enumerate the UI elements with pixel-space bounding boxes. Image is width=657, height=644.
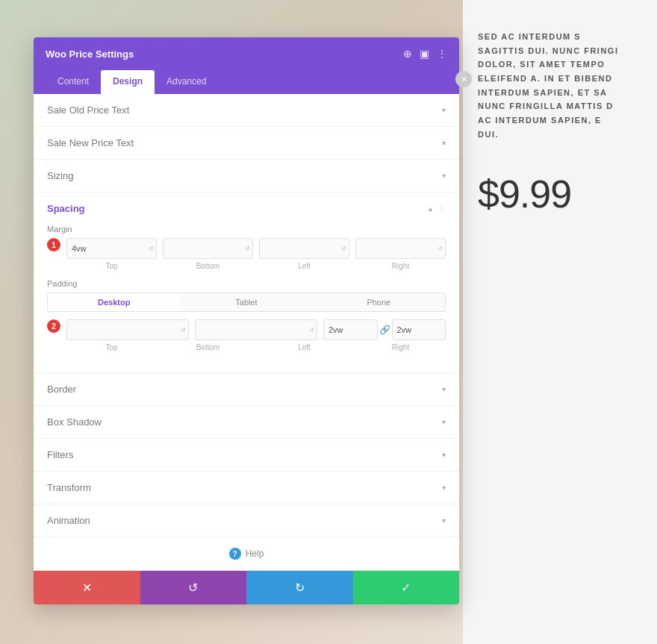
section-filters-header[interactable]: Filters ▾ [34, 439, 459, 471]
padding-right-label: Right [355, 343, 446, 351]
margin-left-wrapper: ↺ [259, 238, 349, 259]
panel-toolbar: ✕ ↺ ↻ ✓ [34, 570, 459, 604]
section-animation-header[interactable]: Animation ▾ [34, 504, 459, 537]
padding-left-input[interactable] [323, 319, 378, 340]
chevron-down-icon: ▾ [442, 172, 446, 180]
chevron-down-icon: ▾ [442, 516, 446, 525]
section-box-shadow-header[interactable]: Box Shadow ▾ [34, 406, 459, 438]
save-button[interactable]: ✓ [353, 571, 460, 604]
padding-right-wrapper [392, 319, 446, 340]
padding-top-input[interactable] [66, 319, 189, 340]
section-spacing: Spacing ▴ ⋮ Margin 1 ↺ [34, 193, 459, 373]
padding-right-input[interactable] [392, 319, 446, 340]
margin-label: Margin [47, 225, 446, 234]
chevron-down-icon: ▾ [442, 139, 446, 147]
spacing-more-icon: ⋮ [438, 204, 446, 213]
margin-left-label: Left [259, 262, 349, 270]
cancel-button[interactable]: ✕ [34, 571, 140, 604]
section-sale-old-price-header[interactable]: Sale Old Price Text ▾ [34, 94, 459, 126]
woo-price-settings-panel: Woo Price Settings ⊕ ▣ ⋮ Content Design … [34, 37, 459, 604]
padding-top-reset-icon[interactable]: ↺ [181, 327, 186, 334]
margin-right-label: Right [355, 262, 446, 270]
section-sale-old-price: Sale Old Price Text ▾ [34, 94, 459, 127]
section-sale-old-price-label: Sale Old Price Text [47, 104, 129, 116]
section-transform-label: Transform [47, 482, 91, 493]
padding-label: Padding [47, 279, 446, 288]
help-icon: ? [229, 548, 241, 560]
section-transform-header[interactable]: Transform ▾ [34, 472, 459, 504]
section-box-shadow: Box Shadow ▾ [34, 406, 459, 439]
chevron-down-icon: ▾ [442, 418, 446, 426]
margin-bottom-input[interactable] [163, 238, 253, 259]
margin-top-input[interactable] [66, 238, 157, 259]
section-filters: Filters ▾ [34, 439, 459, 472]
spacing-header-icons: ▴ ⋮ [429, 204, 446, 213]
margin-right-reset-icon[interactable]: ↺ [438, 246, 443, 252]
margin-right-wrapper: ↺ [355, 238, 446, 259]
margin-left-input[interactable] [259, 238, 349, 259]
right-body-text: SED AC INTERDUM S SAGITTIS DUI. NUNC FRI… [478, 30, 642, 142]
margin-top-wrapper: ↺ [66, 238, 157, 259]
section-sizing: Sizing ▾ [34, 160, 459, 193]
panel-header: Woo Price Settings ⊕ ▣ ⋮ [34, 37, 459, 70]
padding-left-wrapper [323, 319, 378, 340]
section-spacing-header[interactable]: Spacing ▴ ⋮ [34, 193, 459, 225]
section-border-label: Border [47, 384, 76, 395]
section-sizing-header[interactable]: Sizing ▾ [34, 160, 459, 192]
chevron-down-icon: ▾ [442, 385, 446, 393]
padding-inputs: ↺ ↺ 🔗 [66, 319, 446, 340]
redo-button[interactable]: ↻ [246, 571, 353, 604]
section-animation-label: Animation [47, 515, 90, 526]
section-sale-new-price: Sale New Price Text ▾ [34, 127, 459, 160]
tab-advanced[interactable]: Advanced [155, 70, 218, 94]
margin-right-input[interactable] [355, 238, 446, 259]
tab-content[interactable]: Content [46, 70, 101, 94]
section-border-header[interactable]: Border ▾ [34, 373, 459, 405]
chevron-up-icon: ▴ [429, 204, 432, 213]
padding-bottom-label: Bottom [163, 343, 253, 351]
padding-bottom-input[interactable] [195, 319, 317, 340]
device-tab-desktop[interactable]: Desktop [48, 293, 180, 311]
panel-tabs: Content Design Advanced [34, 70, 459, 94]
panel-body: Sale Old Price Text ▾ Sale New Price Tex… [34, 94, 459, 570]
margin-left-reset-icon[interactable]: ↺ [341, 246, 346, 252]
step-badge-1: 1 [47, 238, 60, 251]
chevron-down-icon: ▾ [442, 106, 446, 114]
padding-row-container: 2 ↺ ↺ [47, 319, 446, 360]
undo-button[interactable]: ↺ [140, 571, 247, 604]
padding-bottom-reset-icon[interactable]: ↺ [309, 327, 314, 334]
margin-top-reset-icon[interactable]: ↺ [149, 246, 154, 252]
margin-row-container: 1 ↺ ↺ [47, 238, 446, 279]
device-tabs: Desktop Tablet Phone [47, 293, 446, 312]
tab-design[interactable]: Design [101, 70, 155, 94]
panel-header-icons: ⊕ ▣ ⋮ [403, 48, 447, 60]
panel-title: Woo Price Settings [46, 49, 134, 60]
padding-bottom-wrapper: ↺ [195, 319, 317, 340]
margin-input-labels: Top Bottom Left Right [66, 262, 446, 270]
margin-inputs: ↺ ↺ ↺ ↺ [66, 238, 446, 259]
expand-icon[interactable]: ⊕ [403, 48, 412, 60]
section-sale-new-price-header[interactable]: Sale New Price Text ▾ [34, 127, 459, 159]
link-inputs-icon[interactable]: 🔗 [379, 325, 390, 335]
section-sale-new-price-label: Sale New Price Text [47, 137, 134, 149]
padding-top-label: Top [66, 343, 157, 351]
step-badge-2: 2 [47, 319, 60, 333]
padding-input-labels: Top Bottom Left Right [66, 343, 446, 351]
margin-top-label: Top [66, 262, 157, 270]
margin-bottom-reset-icon[interactable]: ↺ [245, 246, 250, 252]
margin-bottom-label: Bottom [163, 262, 253, 270]
section-sizing-label: Sizing [47, 170, 73, 181]
grid-icon[interactable]: ▣ [420, 48, 429, 60]
device-tab-tablet[interactable]: Tablet [180, 293, 312, 311]
price-display: $9.99 [478, 172, 642, 216]
margin-bottom-wrapper: ↺ [163, 238, 253, 259]
device-tab-phone[interactable]: Phone [313, 293, 445, 311]
padding-top-wrapper: ↺ [66, 319, 189, 340]
help-row: ? Help [34, 537, 459, 570]
panel-close-button[interactable]: ✕ [455, 71, 472, 87]
section-transform: Transform ▾ [34, 472, 459, 504]
help-label[interactable]: Help [246, 548, 264, 559]
spacing-content: Margin 1 ↺ ↺ [34, 225, 459, 372]
chevron-down-icon: ▾ [442, 451, 446, 459]
more-icon[interactable]: ⋮ [437, 48, 447, 60]
